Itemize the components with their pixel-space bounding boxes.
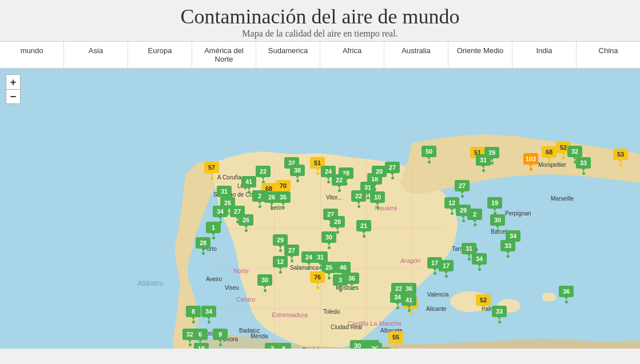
- aqi-marker[interactable]: 10: [370, 191, 385, 209]
- aqi-marker[interactable]: 34: [201, 306, 216, 323]
- nav-item-sudamerica[interactable]: Sudamerica: [256, 42, 320, 68]
- nav-item-mundo[interactable]: mundo: [0, 42, 64, 68]
- aqi-marker[interactable]: 22: [256, 166, 271, 183]
- navigation-bar: mundoAsiaEuropaAmérica del NorteSudameri…: [0, 41, 640, 69]
- aqi-marker[interactable]: 52: [476, 294, 491, 312]
- svg-point-3: [542, 293, 556, 302]
- page-subtitle: Mapa de la calidad del aire en tiempo re…: [0, 29, 640, 39]
- aqi-marker[interactable]: 21: [356, 220, 371, 238]
- aqi-marker[interactable]: 34: [506, 230, 520, 248]
- aqi-marker[interactable]: 30: [490, 214, 505, 232]
- aqi-marker[interactable]: 41: [402, 294, 416, 312]
- aqi-marker[interactable]: 26: [238, 214, 253, 232]
- aqi-marker[interactable]: 3: [333, 274, 348, 292]
- aqi-marker[interactable]: 18: [194, 343, 209, 349]
- aqi-marker[interactable]: 2: [467, 209, 482, 226]
- zoom-out-button[interactable]: −: [6, 89, 21, 104]
- nav-item-asia[interactable]: Asia: [64, 42, 128, 68]
- aqi-marker[interactable]: 36: [559, 286, 574, 303]
- aqi-marker[interactable]: 20: [372, 166, 387, 183]
- aqi-marker[interactable]: 31: [476, 154, 491, 172]
- svg-text:Atlántico: Atlántico: [137, 279, 164, 287]
- zoom-controls: + −: [6, 74, 21, 104]
- aqi-marker[interactable]: 17: [439, 260, 454, 278]
- aqi-marker[interactable]: 35: [276, 191, 291, 209]
- aqi-marker[interactable]: 38: [290, 165, 305, 182]
- aqi-marker[interactable]: 33: [492, 306, 507, 323]
- nav-item-india[interactable]: India: [512, 42, 577, 68]
- aqi-marker[interactable]: 9: [213, 329, 228, 346]
- nav-item-china[interactable]: China: [577, 42, 640, 68]
- aqi-marker[interactable]: 19: [487, 197, 502, 215]
- aqi-marker[interactable]: 55: [388, 331, 403, 349]
- nav-item-africa[interactable]: Africa: [320, 42, 384, 68]
- aqi-marker[interactable]: 22: [351, 190, 366, 208]
- aqi-marker[interactable]: 53: [613, 149, 628, 166]
- aqi-marker[interactable]: 34: [213, 206, 228, 223]
- aqi-marker[interactable]: 30: [321, 231, 336, 249]
- nav-item-américa-del-norte[interactable]: América del Norte: [192, 42, 256, 68]
- aqi-marker[interactable]: 24: [321, 166, 336, 183]
- aqi-marker[interactable]: 27: [284, 245, 299, 262]
- aqi-marker[interactable]: 57: [204, 162, 219, 179]
- aqi-marker[interactable]: 76: [310, 271, 325, 289]
- nav-item-australia[interactable]: Australia: [384, 42, 448, 68]
- aqi-marker[interactable]: 34: [472, 253, 487, 271]
- nav-item-europa[interactable]: Europa: [128, 42, 192, 68]
- aqi-marker[interactable]: 27: [385, 162, 400, 179]
- aqi-marker[interactable]: 28: [196, 237, 210, 255]
- aqi-marker[interactable]: 68: [542, 146, 556, 164]
- aqi-marker[interactable]: 50: [422, 146, 436, 163]
- aqi-marker[interactable]: 103: [523, 153, 538, 171]
- aqi-marker[interactable]: 19: [376, 347, 391, 349]
- aqi-marker[interactable]: 8: [276, 343, 291, 349]
- aqi-marker[interactable]: 30: [257, 274, 272, 292]
- aqi-marker[interactable]: 33: [576, 157, 591, 175]
- page-title: Contaminación del aire de mundo: [0, 5, 640, 29]
- zoom-in-button[interactable]: +: [6, 74, 21, 89]
- aqi-marker[interactable]: 30: [350, 340, 365, 349]
- aqi-marker[interactable]: 27: [455, 180, 470, 198]
- map-container: Atlántico + − 57 22 41 68 70 32 38 51: [0, 69, 640, 349]
- aqi-marker[interactable]: 8: [186, 306, 201, 323]
- nav-item-oriente-medio[interactable]: Oriente Medio: [448, 42, 512, 68]
- title-area: Contaminación del aire de mundo Mapa de …: [0, 0, 640, 41]
